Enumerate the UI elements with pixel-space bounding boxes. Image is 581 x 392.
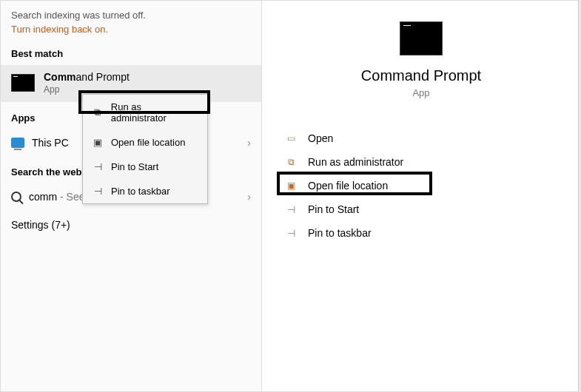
details-pane: Command Prompt App Open Run as administr… <box>261 1 580 391</box>
command-prompt-icon <box>11 74 35 92</box>
turn-indexing-on-link[interactable]: Turn indexing back on. <box>11 24 108 35</box>
pin-icon <box>284 204 298 215</box>
this-pc-label: This PC <box>32 137 69 149</box>
action-label: Open file location <box>308 180 388 192</box>
ctx-label: Pin to taskbar <box>111 186 170 197</box>
scrollbar[interactable] <box>578 0 581 392</box>
search-icon <box>11 192 21 202</box>
ctx-label: Open file location <box>111 137 185 148</box>
admin-shield-icon <box>284 157 298 167</box>
admin-shield-icon <box>92 107 104 118</box>
action-label: Run as administrator <box>308 156 403 168</box>
pin-icon <box>92 186 104 197</box>
best-match-title: Command Prompt <box>44 71 130 83</box>
match-rest: and Prompt <box>76 71 130 83</box>
match-highlight: Comm <box>44 71 76 83</box>
details-subtitle: App <box>412 87 429 98</box>
best-match-subtitle: App <box>44 84 130 95</box>
action-label: Pin to taskbar <box>308 227 372 239</box>
chevron-right-icon: › <box>247 191 251 203</box>
search-left-pane: Search indexing was turned off. Turn ind… <box>1 1 261 391</box>
details-title: Command Prompt <box>361 67 481 84</box>
action-run-as-admin[interactable]: Run as administrator <box>284 150 580 174</box>
section-settings[interactable]: Settings (7+) <box>1 210 261 240</box>
notice-text: Search indexing was turned off. <box>11 10 251 21</box>
pin-icon <box>284 228 298 239</box>
open-icon <box>284 133 298 143</box>
context-menu: Run as administrator Open file location … <box>82 94 208 204</box>
chevron-right-icon: › <box>247 137 251 149</box>
action-open-file-location[interactable]: Open file location <box>284 174 580 197</box>
command-prompt-large-icon <box>400 21 443 55</box>
search-term: comm <box>29 191 57 203</box>
action-pin-to-start[interactable]: Pin to Start <box>284 197 580 221</box>
ctx-pin-to-taskbar[interactable]: Pin to taskbar <box>83 179 207 203</box>
ctx-open-file-location[interactable]: Open file location <box>83 130 207 155</box>
folder-icon <box>284 180 298 191</box>
ctx-pin-to-start[interactable]: Pin to Start <box>83 155 207 179</box>
action-label: Open <box>308 132 333 144</box>
ctx-run-as-admin[interactable]: Run as administrator <box>83 95 207 130</box>
ctx-label: Pin to Start <box>111 161 158 172</box>
action-label: Pin to Start <box>308 203 359 215</box>
folder-icon <box>92 138 104 148</box>
this-pc-icon <box>11 138 24 148</box>
action-pin-to-taskbar[interactable]: Pin to taskbar <box>284 221 580 245</box>
ctx-label: Run as administrator <box>111 101 198 124</box>
action-open[interactable]: Open <box>284 126 580 150</box>
pin-icon <box>92 162 104 172</box>
section-best-match: Best match <box>1 38 261 65</box>
indexing-notice: Search indexing was turned off. Turn ind… <box>1 1 261 38</box>
